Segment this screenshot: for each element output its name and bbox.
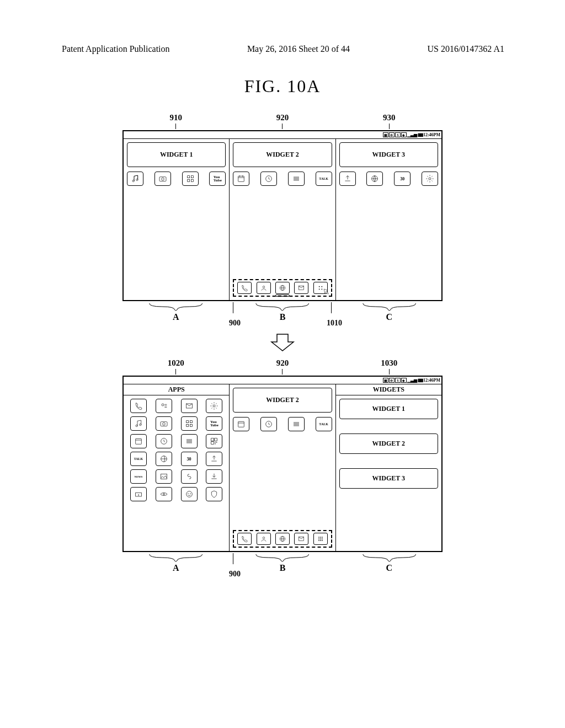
panel-b-top: WIDGET 2 TALK	[230, 139, 335, 300]
svg-point-82	[320, 540, 321, 541]
browser-icon[interactable]	[275, 282, 290, 294]
device-top: ▦ ⊚ $ ◈ ▁▃▅ ▮▮▮ 12:46PM WIDGET 1 You Tub…	[122, 130, 443, 301]
svg-rect-39	[190, 424, 192, 426]
phone-icon[interactable]	[130, 399, 147, 413]
svg-rect-5	[191, 176, 193, 178]
mail-icon[interactable]	[294, 533, 308, 545]
svg-rect-34	[161, 422, 167, 426]
brace-c: C	[336, 312, 443, 322]
svg-rect-40	[136, 438, 142, 444]
calendar-icon[interactable]	[233, 417, 249, 431]
youtube-icon[interactable]: You Tube	[209, 172, 226, 186]
ref-1030: 1030	[336, 358, 443, 368]
music-icon[interactable]	[127, 172, 143, 186]
camera-icon[interactable]	[156, 416, 172, 431]
apps-icon[interactable]	[313, 282, 328, 294]
widget-1-box[interactable]: WIDGET 1	[127, 142, 226, 167]
apps-grid-icon[interactable]	[181, 416, 198, 431]
svg-point-77	[322, 537, 323, 538]
svg-point-3	[161, 178, 164, 180]
camera-icon[interactable]	[154, 172, 171, 186]
status-bar: ▦ ⊚ $ ◈ ▁▃▅ ▮▮▮ 12:46PM	[124, 131, 441, 139]
mail-icon[interactable]	[181, 399, 198, 413]
apps-grid-icon[interactable]	[182, 172, 199, 186]
signal-icon: ▁▃▅	[407, 132, 417, 137]
mail-icon[interactable]	[294, 282, 308, 294]
svg-point-28	[429, 178, 431, 180]
svg-rect-38	[186, 424, 188, 426]
phone-icon[interactable]	[237, 282, 252, 294]
clock-icon[interactable]	[156, 434, 172, 448]
figure-title: FIG. 10A	[0, 76, 565, 97]
qr-icon[interactable]	[206, 434, 222, 448]
globe-icon[interactable]	[156, 452, 172, 466]
music-icon[interactable]	[130, 416, 147, 431]
talk-icon[interactable]: TALK	[316, 417, 332, 431]
settings-icon[interactable]	[206, 399, 222, 413]
eye-icon[interactable]	[156, 487, 172, 501]
contacts-icon[interactable]	[257, 533, 271, 545]
device-bottom: ▦ ⊚ $ ◈ ▁▃▅ ▮▮▮ 12:46PM APPS	[122, 376, 443, 552]
svg-point-31	[213, 405, 215, 407]
svg-point-23	[318, 286, 319, 287]
ref-920: 920	[229, 113, 335, 122]
panel-c-bottom: WIDGETS WIDGET 1 WIDGET 2 WIDGET 3	[336, 384, 441, 551]
svg-point-26	[321, 288, 322, 290]
settings-icon[interactable]	[422, 172, 438, 186]
contacts-icon[interactable]	[257, 282, 271, 294]
widget-c1[interactable]: WIDGET 1	[339, 399, 438, 419]
ref-900-top: 900	[229, 319, 241, 328]
calendar-icon[interactable]	[130, 434, 147, 448]
widget-3-box[interactable]: WIDGET 3	[339, 142, 438, 167]
barcode-icon[interactable]	[181, 434, 198, 448]
ref-910: 910	[122, 113, 229, 122]
globe-icon[interactable]	[366, 172, 383, 186]
widget-2b-box[interactable]: WIDGET 2	[233, 388, 332, 413]
brace-b: B	[229, 312, 335, 322]
talk-icon[interactable]: TALK	[316, 172, 332, 186]
news-icon[interactable]: NEWS	[130, 469, 147, 484]
youtube-icon[interactable]: You Tube	[206, 416, 222, 431]
calendar-icon[interactable]	[233, 172, 249, 186]
shield-icon[interactable]	[206, 487, 222, 501]
browser-icon[interactable]	[275, 533, 290, 545]
widget-2-box[interactable]: WIDGET 2	[233, 142, 332, 167]
link-icon[interactable]	[181, 469, 198, 484]
panel-c-top: WIDGET 3 30	[336, 139, 441, 300]
upload-icon[interactable]	[206, 452, 222, 466]
cal30-icon[interactable]: 30	[181, 452, 198, 466]
signal-icon: ▁▃▅	[407, 378, 417, 383]
header-right: US 2016/0147362 A1	[427, 44, 504, 54]
wifi-icon: ⊚	[389, 132, 395, 137]
ref-1010: 1010	[327, 319, 342, 328]
download-icon[interactable]	[206, 469, 222, 484]
apps-icon[interactable]	[313, 533, 328, 545]
gallery-icon[interactable]	[156, 469, 172, 484]
widgets-header: WIDGETS	[336, 384, 441, 395]
ref-numbers-top: 910 920 930	[122, 113, 443, 122]
clock-icon[interactable]	[260, 172, 277, 186]
brace-a-b: A	[122, 563, 229, 573]
talk-icon[interactable]: TALK	[130, 452, 147, 466]
apps-header: APPS	[124, 384, 229, 395]
battery-icon: ▮▮▮	[418, 378, 423, 383]
ref-900b-line	[233, 553, 233, 564]
bt-icon: $	[395, 378, 401, 383]
apps-grid: You Tube TALK 30 NEWS	[127, 399, 226, 501]
barcode-icon[interactable]	[288, 172, 305, 186]
clock-icon[interactable]	[260, 417, 277, 431]
smile-icon[interactable]	[181, 487, 198, 501]
widget-c2[interactable]: WIDGET 2	[339, 433, 438, 454]
bt-icon: $	[395, 132, 401, 137]
phone-icon[interactable]	[237, 533, 252, 545]
cal30-icon[interactable]: 30	[394, 172, 411, 186]
widget-c3[interactable]: WIDGET 3	[339, 468, 438, 489]
money-icon[interactable]: $	[130, 487, 147, 501]
upload-icon[interactable]	[339, 172, 356, 186]
panel-a-bottom: APPS You Tube TAL	[124, 384, 230, 551]
svg-text:$: $	[138, 494, 139, 496]
contacts-icon[interactable]	[156, 399, 172, 413]
gps-icon: ◈	[401, 378, 407, 383]
barcode-icon[interactable]	[288, 417, 305, 431]
svg-point-70	[263, 537, 265, 539]
